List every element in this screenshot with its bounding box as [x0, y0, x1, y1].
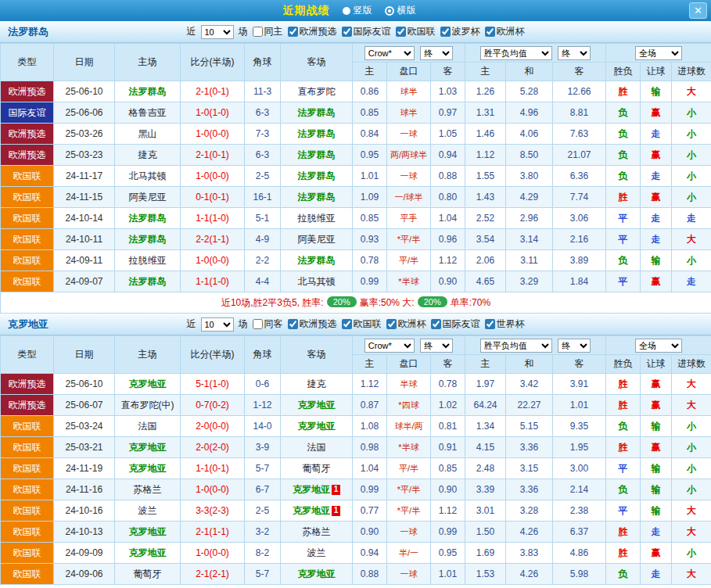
same-venue-checkbox[interactable]: [253, 319, 263, 329]
team-name[interactable]: 北马其顿: [298, 276, 336, 287]
team-name[interactable]: 法罗群岛: [129, 86, 167, 97]
home-team-cell[interactable]: 格鲁吉亚: [115, 102, 181, 124]
competition-checkbox[interactable]: [386, 319, 397, 329]
team-name[interactable]: 黑山: [138, 128, 157, 139]
home-team-cell[interactable]: 波兰: [115, 500, 181, 522]
competition-checkbox[interactable]: [342, 27, 352, 37]
home-team-cell[interactable]: 葡萄牙: [115, 564, 181, 585]
away-team-cell[interactable]: 法罗群岛: [281, 145, 353, 166]
team-name[interactable]: 直布罗陀: [298, 86, 336, 97]
avg-odds-select[interactable]: 胜平负均值: [480, 339, 552, 353]
team-name[interactable]: 克罗地亚: [129, 442, 167, 453]
team-name[interactable]: 法罗群岛: [298, 107, 336, 118]
away-team-cell[interactable]: 克罗地亚1: [281, 479, 353, 500]
team-name[interactable]: 阿美尼亚: [298, 234, 336, 245]
team-name[interactable]: 拉脱维亚: [298, 213, 336, 224]
competition-checkbox[interactable]: [342, 319, 352, 329]
final-odds-select[interactable]: 终: [558, 46, 591, 60]
home-team-cell[interactable]: 拉脱维亚: [115, 250, 181, 271]
team-name[interactable]: 苏格兰: [134, 484, 162, 495]
bookmaker-select[interactable]: Crow*: [364, 46, 415, 60]
team-name[interactable]: 法罗群岛: [129, 234, 167, 245]
competition-filter[interactable]: 欧国联: [342, 317, 382, 331]
team-name[interactable]: 法国: [307, 442, 326, 453]
home-team-cell[interactable]: 法罗群岛: [115, 229, 181, 250]
final-odds-select[interactable]: 终: [558, 339, 591, 353]
away-team-cell[interactable]: 法罗群岛: [281, 124, 353, 145]
away-team-cell[interactable]: 捷克: [281, 374, 353, 395]
same-venue-filter[interactable]: 同客: [253, 317, 283, 331]
team-name[interactable]: 法罗群岛: [298, 192, 336, 203]
away-team-cell[interactable]: 法罗群岛: [281, 166, 353, 187]
home-team-cell[interactable]: 法罗群岛: [115, 271, 181, 292]
home-team-cell[interactable]: 苏格兰: [115, 479, 181, 500]
team-name[interactable]: 波兰: [138, 505, 157, 516]
away-team-cell[interactable]: 克罗地亚: [281, 395, 353, 416]
competition-filter[interactable]: 波罗杯: [440, 25, 480, 38]
home-team-cell[interactable]: 克罗地亚: [115, 543, 181, 564]
away-team-cell[interactable]: 克罗地亚: [281, 416, 353, 437]
avg-odds-select[interactable]: 胜平负均值: [480, 46, 552, 60]
close-icon[interactable]: ✕: [689, 2, 707, 19]
final-odds-select[interactable]: 终: [420, 46, 453, 60]
away-team-cell[interactable]: 法罗群岛: [281, 250, 353, 271]
team-name[interactable]: 克罗地亚: [298, 568, 336, 579]
competition-filter[interactable]: 世界杯: [485, 317, 525, 331]
team-name[interactable]: 葡萄牙: [134, 568, 162, 579]
team-name[interactable]: 法国: [138, 421, 157, 432]
competition-checkbox[interactable]: [396, 27, 406, 37]
layout-radio-vertical[interactable]: 竖版: [343, 4, 372, 17]
match-count-select[interactable]: 10: [201, 25, 234, 39]
team-name[interactable]: 克罗地亚: [293, 505, 330, 516]
away-team-cell[interactable]: 法罗群岛: [281, 102, 353, 124]
team-name[interactable]: 阿美尼亚: [129, 192, 167, 203]
team-name[interactable]: 捷克: [307, 378, 326, 389]
team-name[interactable]: 克罗地亚: [129, 547, 167, 558]
competition-checkbox[interactable]: [440, 27, 451, 37]
away-team-cell[interactable]: 北马其顿: [281, 271, 353, 292]
home-team-cell[interactable]: 直布罗陀(中): [115, 395, 181, 416]
home-team-cell[interactable]: 克罗地亚: [115, 458, 181, 479]
team-name[interactable]: 法罗群岛: [298, 149, 336, 160]
team-name[interactable]: 克罗地亚: [129, 463, 167, 474]
away-team-cell[interactable]: 拉脱维亚: [281, 208, 353, 229]
team-name[interactable]: 法罗群岛: [129, 213, 167, 224]
team-name[interactable]: 北马其顿: [129, 170, 167, 181]
team-name[interactable]: 苏格兰: [303, 526, 331, 537]
team-name[interactable]: 克罗地亚: [298, 400, 336, 411]
home-team-cell[interactable]: 捷克: [115, 145, 181, 166]
home-team-cell[interactable]: 法国: [115, 416, 181, 437]
competition-filter[interactable]: 欧国联: [396, 25, 436, 38]
away-team-cell[interactable]: 克罗地亚1: [281, 500, 353, 522]
away-team-cell[interactable]: 阿美尼亚: [281, 229, 353, 250]
team-name[interactable]: 克罗地亚: [129, 378, 167, 389]
home-team-cell[interactable]: 克罗地亚: [115, 522, 181, 543]
layout-radio-horizontal[interactable]: 横版: [385, 4, 416, 17]
competition-checkbox[interactable]: [485, 27, 495, 37]
match-count-select[interactable]: 10: [201, 317, 234, 332]
competition-filter[interactable]: 国际友谊: [431, 317, 480, 331]
scope-select[interactable]: 全场: [635, 46, 682, 60]
away-team-cell[interactable]: 葡萄牙: [281, 458, 353, 479]
team-name[interactable]: 法罗群岛: [298, 128, 336, 139]
final-odds-select[interactable]: 终: [420, 339, 453, 353]
competition-filter[interactable]: 国际友谊: [342, 25, 391, 38]
team-name[interactable]: 克罗地亚: [129, 526, 167, 537]
home-team-cell[interactable]: 法罗群岛: [115, 208, 181, 229]
home-team-cell[interactable]: 克罗地亚: [115, 374, 181, 395]
competition-checkbox[interactable]: [288, 27, 298, 37]
team-name[interactable]: 波兰: [307, 547, 326, 558]
team-name[interactable]: 葡萄牙: [303, 463, 331, 474]
team-name[interactable]: 法罗群岛: [129, 276, 167, 287]
team-name[interactable]: 拉脱维亚: [129, 255, 167, 266]
scope-select[interactable]: 全场: [635, 339, 682, 353]
home-team-cell[interactable]: 北马其顿: [115, 166, 181, 187]
home-team-cell[interactable]: 克罗地亚: [115, 437, 181, 458]
competition-filter[interactable]: 欧洲预选: [288, 25, 337, 38]
team-name[interactable]: 格鲁吉亚: [129, 107, 167, 118]
team-name[interactable]: 法罗群岛: [298, 255, 336, 266]
home-team-cell[interactable]: 黑山: [115, 124, 181, 145]
team-name[interactable]: 克罗地亚: [298, 421, 336, 432]
competition-filter[interactable]: 欧洲杯: [485, 25, 525, 38]
away-team-cell[interactable]: 波兰: [281, 543, 353, 564]
